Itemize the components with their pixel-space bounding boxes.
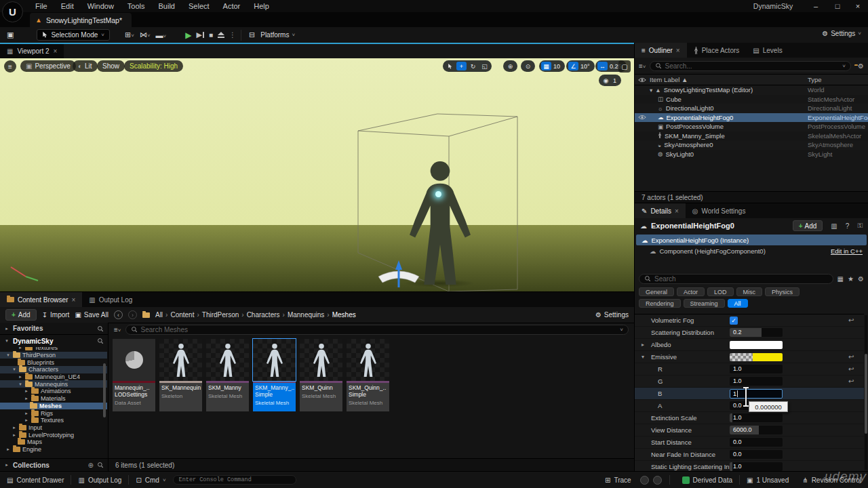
property-near-fade-in-distance[interactable]: Near Fade In Distance 0.0 <box>635 449 864 461</box>
asset-tile-sk-mannequin[interactable]: SK_MannequinSkeleton <box>159 339 202 411</box>
viewport-canvas[interactable]: ≡ ▣ Perspective ◐ Lit Show Scalability: … <box>0 58 634 291</box>
filter-actor[interactable]: Actor <box>677 287 705 296</box>
slider-field[interactable]: 1.0 <box>730 462 783 471</box>
tree-item-mannequin-ue4[interactable]: ▸Mannequin_UE4 <box>0 373 107 381</box>
reset-icon[interactable]: ↩ <box>848 353 854 361</box>
tree-root-dynamicsky[interactable]: ▾ DynamicSky <box>0 335 108 347</box>
tab-output-log[interactable]: ▥ Output Log <box>82 292 139 307</box>
tree-item-thirdperson[interactable]: ▾ThirdPerson <box>0 352 107 359</box>
minimize-button[interactable]: – <box>807 0 825 12</box>
color-swatch-emissive[interactable] <box>730 353 783 361</box>
breadcrumb-content[interactable]: Content <box>170 311 194 319</box>
breadcrumb-mannequins[interactable]: Mannequins <box>288 311 324 319</box>
menu-tools[interactable]: Tools <box>121 1 152 12</box>
snap-icon[interactable]: ⊙ <box>523 62 533 70</box>
outliner-row[interactable]: ◒ SkyAtmosphere0 SkyAtmosphere <box>635 140 868 150</box>
property-start-distance[interactable]: Start Distance 0.0 <box>635 436 864 449</box>
caret-down-icon[interactable]: ▾ <box>642 354 644 360</box>
breadcrumb-meshes[interactable]: Meshes <box>332 311 356 319</box>
tab-viewport[interactable]: ▦ Viewport 2 × <box>0 44 64 58</box>
lit-dropdown[interactable]: ◐ Lit <box>73 60 98 72</box>
cb-settings-dropdown[interactable]: ⚙ Settings <box>595 311 629 319</box>
reset-icon[interactable]: ↩ <box>848 378 854 385</box>
outliner-row[interactable]: ▾▲ SnowyLightingTestMap (Editor) World <box>635 85 868 95</box>
cmd-dropdown[interactable]: ⊡ Cmd ˅ <box>129 472 172 488</box>
details-search-input[interactable]: Search <box>639 274 833 284</box>
globe-icon[interactable]: ⊕ <box>505 62 515 70</box>
tab-level[interactable]: ▲ SnowyLightingTestMap* <box>30 13 132 27</box>
tab-world-settings[interactable]: ◎ World Settings <box>686 203 753 218</box>
filter-rendering[interactable]: Rendering <box>639 299 681 308</box>
caret-down-icon[interactable]: ▾ <box>650 87 652 94</box>
column-item-label[interactable]: Item Label ▲ <box>650 76 688 83</box>
reset-icon[interactable]: ↩ <box>848 365 854 373</box>
property-emissive-g[interactable]: G 1.0 ↩ <box>635 375 864 388</box>
scrollbar-thumb[interactable] <box>103 363 106 418</box>
close-icon[interactable]: × <box>54 47 58 55</box>
maximize-viewport-icon[interactable]: ▢ <box>618 60 631 73</box>
forward-icon[interactable]: › <box>128 310 137 319</box>
asset-tile-skm-manny-simple-selected[interactable]: SKM_Manny_..SimpleSkeletal Mesh <box>253 339 296 411</box>
filter-all[interactable]: All <box>728 299 748 308</box>
property-extinction-scale[interactable]: Extinction Scale 1.0 <box>635 412 864 424</box>
tab-content-browser[interactable]: Content Browser × <box>0 292 82 307</box>
outliner-row[interactable]: ◫ Cube StaticMeshActor <box>635 95 868 104</box>
selection-mode-dropdown[interactable]: Selection Mode ˅ <box>37 29 110 41</box>
kebab-icon[interactable]: ⋮ <box>229 31 236 39</box>
add-collection-icon[interactable]: ⊕ <box>88 462 94 469</box>
gear-icon[interactable]: ⚙ <box>858 62 864 70</box>
menu-window[interactable]: Window <box>81 1 121 12</box>
select-tool-icon[interactable] <box>445 62 455 70</box>
outliner-row-selected[interactable]: ☁ ExponentialHeightFog0 ExponentialHeigh… <box>635 113 868 123</box>
viewport-options-icon[interactable]: ≡ <box>4 60 16 73</box>
insights-icon[interactable] <box>640 476 649 485</box>
search-icon[interactable] <box>97 325 104 332</box>
collections-section[interactable]: ▸ Collections ⊕ <box>0 459 108 471</box>
tree-item-mannequins[interactable]: ▾Mannequins <box>0 380 107 388</box>
color-swatch-albedo[interactable] <box>730 341 783 349</box>
rotate-tool-icon[interactable]: ↻ <box>468 62 478 70</box>
filter-physics[interactable]: Physics <box>765 287 800 296</box>
add-asset-button[interactable]: + Add <box>5 309 37 321</box>
tree-item-animations[interactable]: ▸Animations <box>0 388 107 395</box>
number-field[interactable]: 1.0 <box>730 377 783 386</box>
close-icon[interactable]: × <box>676 47 680 54</box>
menu-build[interactable]: Build <box>152 1 182 12</box>
outliner-row[interactable]: ◍ SkyLight0 SkyLight <box>635 150 868 159</box>
play-icon[interactable]: ▶ <box>185 30 191 40</box>
breadcrumb-thirdperson[interactable]: ThirdPerson <box>202 311 239 319</box>
star-icon[interactable]: ★ <box>848 275 854 283</box>
menu-edit[interactable]: Edit <box>54 1 81 12</box>
asset-tile-skm-quinn-simple[interactable]: SKM_Quinn_..SimpleSkeletal Mesh <box>347 339 389 411</box>
grid-snap-value[interactable]: 10 <box>553 63 563 70</box>
tree-item-levelprototyping[interactable]: ▸LevelPrototyping <box>0 431 107 439</box>
scrollbar-thumb[interactable] <box>865 354 867 434</box>
trace-button[interactable]: ⊞ Trace <box>598 472 638 488</box>
tree-item-maps[interactable]: Maps <box>0 439 107 446</box>
tree-item-textures[interactable]: ▸Textures <box>0 417 107 424</box>
menu-file[interactable]: File <box>28 1 54 12</box>
close-icon[interactable]: × <box>71 296 75 304</box>
scale-tool-icon[interactable]: ◱ <box>479 62 490 70</box>
tree-item-materials[interactable]: ▸Materials <box>0 395 107 403</box>
reset-icon[interactable]: ↩ <box>848 317 854 324</box>
breadcrumb-characters[interactable]: Characters <box>247 311 280 319</box>
asset-tile-skm-manny[interactable]: SKM_MannySkeletal Mesh <box>206 339 249 411</box>
import-button[interactable]: ↧ Import <box>42 311 70 319</box>
filter-general[interactable]: General <box>639 287 674 296</box>
blueprints-icon[interactable]: ⋈˅ <box>140 30 151 39</box>
save-all-button[interactable]: ▣ Save All <box>75 311 108 319</box>
outliner-row[interactable]: SKM_Manny_Simple SkeletalMeshActor <box>635 131 868 141</box>
property-emissive-b-editing[interactable]: B 1 <box>635 388 864 400</box>
restore-button[interactable]: □ <box>829 0 846 12</box>
checkbox-checked[interactable]: ✓ <box>730 317 738 325</box>
tree-item-input[interactable]: ▸Input <box>0 424 107 432</box>
outliner-search-input[interactable]: Search... ˅ <box>650 61 852 71</box>
favorites-section[interactable]: ▸ Favorites <box>0 323 108 335</box>
edit-in-cpp-link[interactable]: Edit in C++ <box>831 247 863 255</box>
angle-snap-icon[interactable]: ∠ <box>568 62 578 70</box>
output-log-button[interactable]: ▥ Output Log <box>71 472 128 488</box>
cinematics-icon[interactable]: ▬˅ <box>156 31 167 39</box>
help-icon[interactable]: ? <box>846 222 850 230</box>
toolbar-settings-dropdown[interactable]: ⚙ Settings ˅ <box>822 30 861 37</box>
